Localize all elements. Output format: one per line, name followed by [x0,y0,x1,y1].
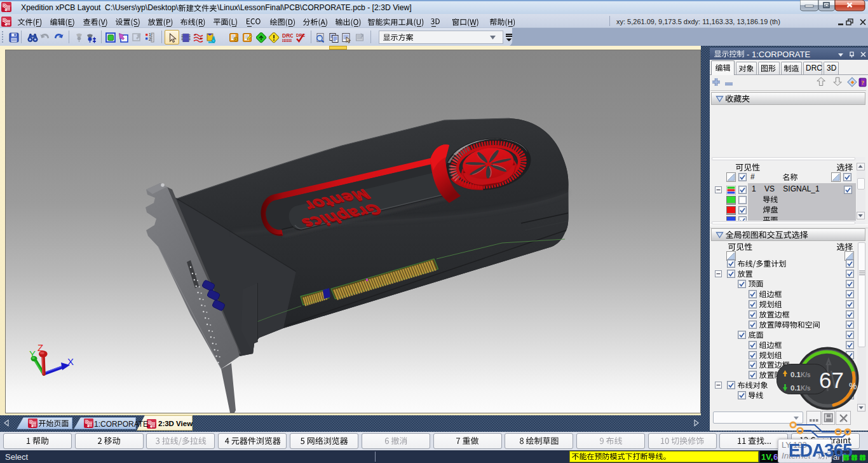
svg-text:2: 2 [149,37,151,41]
svg-text:0.1K/s: 0.1K/s [790,371,811,378]
svg-text:Y: Y [29,349,36,359]
svg-text:?: ? [862,79,865,86]
svg-text:X: X [67,356,74,367]
svg-text:DRC: DRC [282,32,293,39]
svg-text:Z: Z [37,342,43,353]
svg-text:1: 1 [149,32,151,37]
svg-text:0.1K/s: 0.1K/s [790,384,811,392]
